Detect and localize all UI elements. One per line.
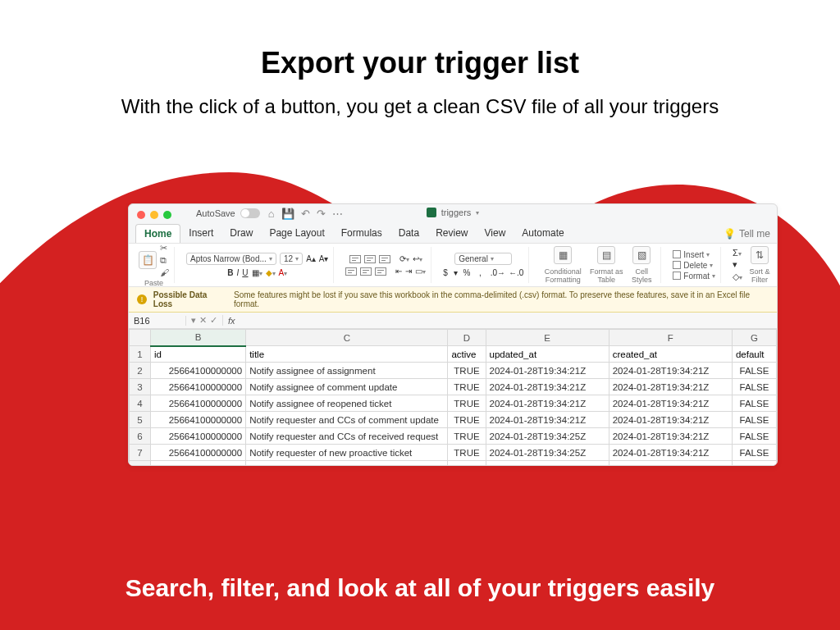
cell[interactable]: TRUE bbox=[448, 412, 486, 428]
name-box[interactable]: B16 bbox=[129, 316, 186, 326]
row-header[interactable]: 7 bbox=[130, 445, 151, 461]
font-name-dropdown[interactable]: Aptos Narrow (Bod...▾ bbox=[186, 253, 276, 265]
cell[interactable]: 2024-01-28T19:34:21Z bbox=[486, 395, 609, 412]
cell[interactable]: Notify requester and CCs of received req… bbox=[246, 428, 448, 445]
cell[interactable]: Notify assignee of comment update bbox=[246, 379, 448, 395]
clear-icon[interactable]: ◇▾ bbox=[733, 272, 742, 282]
cell[interactable]: 25664100000000 bbox=[151, 412, 246, 428]
cell[interactable]: FALSE bbox=[732, 363, 776, 379]
italic-button[interactable]: I bbox=[237, 268, 240, 277]
cell[interactable]: 25664100000000 bbox=[151, 428, 246, 445]
spreadsheet-grid[interactable]: B C D E F G 1idtitleactiveupdated_atcrea… bbox=[129, 329, 777, 466]
cell[interactable]: FALSE bbox=[732, 461, 776, 467]
cell[interactable]: 2024-01-28T19:34:21Z bbox=[609, 412, 732, 428]
cell[interactable]: Notify all agents of received request bbox=[246, 461, 448, 467]
cell[interactable]: 2024-01-28T19:34:21Z bbox=[609, 461, 732, 467]
save-icon[interactable]: 💾 bbox=[281, 208, 294, 220]
tab-review[interactable]: Review bbox=[427, 224, 476, 243]
delete-cells-button[interactable]: Delete▾ bbox=[673, 261, 715, 270]
cell[interactable]: 25664100000000 bbox=[151, 461, 246, 467]
enter-formula-icon[interactable]: ✓ bbox=[210, 315, 217, 326]
border-button[interactable]: ▦▾ bbox=[252, 268, 262, 277]
align-center-icon[interactable] bbox=[360, 267, 372, 276]
more-icon[interactable]: ⋯ bbox=[332, 208, 343, 220]
cell[interactable]: 2024-01-28T19:34:21Z bbox=[609, 379, 732, 395]
tab-view[interactable]: View bbox=[477, 224, 514, 243]
underline-button[interactable]: U bbox=[242, 268, 248, 277]
close-icon[interactable] bbox=[137, 211, 145, 219]
cell[interactable]: 2024-01-28T19:34:21Z bbox=[609, 445, 732, 461]
cell[interactable]: 2024-01-28T19:34:21Z bbox=[486, 363, 609, 379]
minimize-icon[interactable] bbox=[150, 211, 158, 219]
autosave-toggle[interactable]: AutoSave bbox=[196, 208, 260, 218]
cell[interactable]: Notify requester and CCs of comment upda… bbox=[246, 412, 448, 428]
cell-styles-button[interactable]: ▧ bbox=[632, 246, 651, 264]
cell[interactable]: Notify requester of new proactive ticket bbox=[246, 445, 448, 461]
cell[interactable]: 25664100000000 bbox=[151, 379, 246, 395]
row-header[interactable]: 8 bbox=[130, 461, 151, 467]
redo-icon[interactable]: ↷ bbox=[317, 208, 326, 220]
cell[interactable]: 25664100000000 bbox=[151, 363, 246, 379]
cell[interactable]: Notify assignee of assignment bbox=[246, 363, 448, 379]
format-painter-icon[interactable]: 🖌 bbox=[160, 267, 169, 277]
row-header[interactable]: 4 bbox=[130, 395, 151, 412]
conditional-formatting-button[interactable]: ▦ bbox=[554, 246, 572, 264]
align-middle-icon[interactable] bbox=[364, 255, 376, 263]
cell[interactable]: 2024-01-28T19:34:25Z bbox=[486, 461, 609, 467]
cell[interactable]: Notify assignee of reopened ticket bbox=[246, 395, 448, 412]
increase-decimal-icon[interactable]: .0→ bbox=[491, 268, 505, 277]
tab-automate[interactable]: Automate bbox=[514, 224, 572, 243]
cell[interactable]: 25664100000000 bbox=[151, 395, 246, 412]
column-header-F[interactable]: F bbox=[609, 330, 732, 346]
cell[interactable]: updated_at bbox=[486, 346, 609, 363]
row-header[interactable]: 6 bbox=[130, 428, 151, 445]
percent-button[interactable]: % bbox=[463, 268, 470, 277]
cut-icon[interactable]: ✂ bbox=[160, 243, 169, 253]
tab-draw[interactable]: Draw bbox=[221, 224, 261, 243]
tab-insert[interactable]: Insert bbox=[180, 224, 221, 243]
maximize-icon[interactable] bbox=[163, 211, 171, 219]
format-cells-button[interactable]: Format▾ bbox=[673, 272, 715, 281]
fill-icon[interactable]: ▾ bbox=[733, 259, 742, 270]
cell[interactable]: FALSE bbox=[732, 412, 776, 428]
cell[interactable]: FALSE bbox=[732, 395, 776, 412]
cell[interactable]: id bbox=[151, 346, 246, 363]
paste-button[interactable]: 📋 bbox=[139, 251, 157, 269]
column-header-C[interactable]: C bbox=[246, 330, 448, 346]
cell[interactable]: FALSE bbox=[732, 445, 776, 461]
column-header-D[interactable]: D bbox=[448, 330, 486, 346]
insert-cells-button[interactable]: Insert▾ bbox=[673, 250, 715, 259]
cell[interactable]: TRUE bbox=[448, 445, 486, 461]
cell[interactable]: created_at bbox=[609, 346, 732, 363]
decrease-font-icon[interactable]: A▾ bbox=[319, 254, 329, 263]
font-size-dropdown[interactable]: 12▾ bbox=[280, 253, 303, 265]
cell[interactable]: TRUE bbox=[448, 395, 486, 412]
font-color-button[interactable]: A▾ bbox=[279, 268, 288, 277]
cell[interactable]: 2024-01-28T19:34:25Z bbox=[486, 428, 609, 445]
comma-button[interactable]: , bbox=[479, 268, 482, 277]
tab-data[interactable]: Data bbox=[390, 224, 427, 243]
cell[interactable]: TRUE bbox=[448, 379, 486, 395]
home-icon[interactable]: ⌂ bbox=[268, 208, 275, 220]
cell[interactable]: FALSE bbox=[732, 379, 776, 395]
increase-indent-icon[interactable]: ⇥ bbox=[405, 267, 412, 276]
cancel-formula-icon[interactable]: ✕ bbox=[199, 315, 207, 326]
currency-button[interactable]: $ bbox=[443, 268, 448, 277]
align-left-icon[interactable] bbox=[345, 267, 357, 276]
increase-font-icon[interactable]: A▴ bbox=[306, 254, 316, 263]
cell[interactable]: 2024-01-28T19:34:25Z bbox=[486, 445, 609, 461]
cell[interactable]: 2024-01-28T19:34:21Z bbox=[609, 428, 732, 445]
sort-filter-button[interactable]: ⇅ bbox=[751, 246, 769, 264]
cell[interactable]: 2024-01-28T19:34:21Z bbox=[609, 395, 732, 412]
column-header-E[interactable]: E bbox=[486, 330, 609, 346]
tell-me-search[interactable]: 💡 Tell me bbox=[724, 224, 770, 243]
bold-button[interactable]: B bbox=[227, 268, 233, 277]
cell[interactable]: TRUE bbox=[448, 363, 486, 379]
cell[interactable]: title bbox=[246, 346, 448, 363]
row-header[interactable]: 1 bbox=[130, 346, 151, 363]
cell[interactable]: 2024-01-28T19:34:21Z bbox=[609, 363, 732, 379]
tab-page-layout[interactable]: Page Layout bbox=[261, 224, 332, 243]
wrap-text-icon[interactable]: ↩▾ bbox=[413, 254, 422, 263]
cell[interactable]: default bbox=[732, 346, 776, 363]
fill-color-button[interactable]: ◆▾ bbox=[266, 268, 276, 277]
